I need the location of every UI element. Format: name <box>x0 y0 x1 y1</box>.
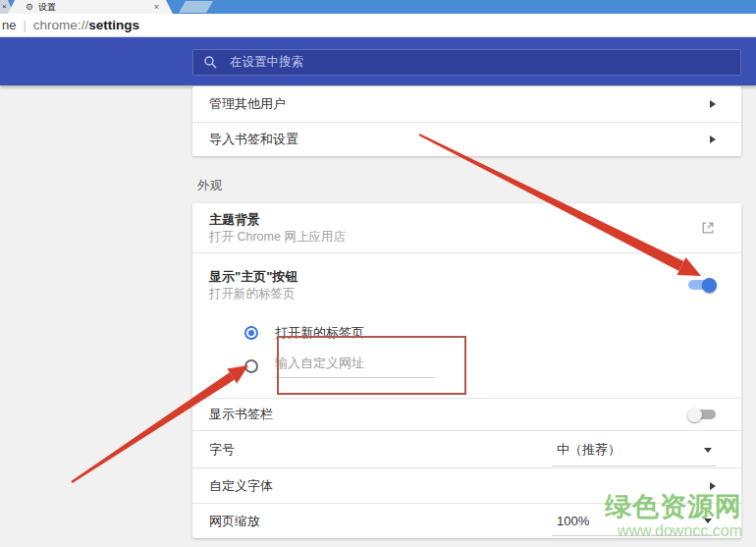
row-manage-users[interactable]: 管理其他用户 <box>192 86 741 122</box>
url-separator: | <box>23 18 26 32</box>
tab-close-icon[interactable]: × <box>154 0 159 14</box>
radio-custom-url[interactable] <box>244 359 258 373</box>
settings-header: 在设置中搜索 <box>0 37 756 85</box>
row-font-size: 字号 中（推荐） <box>192 430 741 467</box>
tab-title: 设置 <box>38 1 56 14</box>
url-scheme: chrome:// <box>33 18 88 32</box>
partial-tab-close-icon[interactable]: × <box>2 2 7 11</box>
search-icon <box>203 55 218 70</box>
theme-subtitle: 打开 Chrome 网上应用店 <box>209 229 346 246</box>
settings-card-people: 管理其他用户 导入书签和设置 <box>192 86 741 156</box>
home-button-title: 显示"主页"按钮 <box>209 268 297 286</box>
toggle-knob <box>687 408 702 422</box>
settings-card-appearance: 主题背景 打开 Chrome 网上应用店 显示"主页"按钮 打开新的标签页 打开… <box>192 203 741 538</box>
row-theme[interactable]: 主题背景 打开 Chrome 网上应用店 <box>192 203 741 252</box>
chevron-right-icon <box>710 136 716 143</box>
section-title-appearance: 外观 <box>197 178 222 194</box>
home-button-subtitle: 打开新的标签页 <box>209 286 297 302</box>
chrome-settings-window: × ⚙ 设置 × ne | chrome:// settings 在设置中搜索 … <box>0 0 756 547</box>
manage-users-label: 管理其他用户 <box>209 95 286 113</box>
page-zoom-label: 网页缩放 <box>209 513 260 530</box>
custom-url-input[interactable]: 输入自定义网址 <box>275 355 435 378</box>
watermark-title: 绿色资源网 <box>605 494 742 520</box>
page-zoom-value: 100% <box>557 514 589 528</box>
import-bookmarks-label: 导入书签和设置 <box>209 131 298 148</box>
toggle-knob <box>702 278 717 293</box>
font-size-select[interactable]: 中（推荐） <box>552 441 716 466</box>
tab-strip: × ⚙ 设置 × <box>0 0 756 14</box>
row-bookmarks-bar: 显示书签栏 <box>192 398 741 430</box>
chevron-right-icon <box>710 482 716 490</box>
new-tab-button[interactable] <box>179 1 213 13</box>
watermark-url: www.downcc.com <box>605 523 742 539</box>
dropdown-arrow-icon <box>704 448 712 453</box>
bookmarks-bar-toggle[interactable] <box>688 410 716 419</box>
open-in-new-icon[interactable] <box>700 220 716 236</box>
settings-search-input[interactable]: 在设置中搜索 <box>192 49 741 76</box>
row-radio-new-tab: 打开新的标签页 <box>192 316 741 349</box>
home-button-toggle[interactable] <box>688 280 716 290</box>
custom-fonts-label: 自定义字体 <box>209 477 273 495</box>
row-show-home-button: 显示"主页"按钮 打开新的标签页 <box>192 252 741 316</box>
radio-new-tab-page[interactable] <box>244 326 258 340</box>
chevron-right-icon <box>710 100 716 108</box>
tab-settings[interactable]: ⚙ 设置 × <box>8 0 173 14</box>
url-prefix-text: ne <box>2 18 16 32</box>
radio-new-tab-label: 打开新的标签页 <box>275 324 364 342</box>
font-size-label: 字号 <box>209 441 235 459</box>
row-radio-custom-url: 输入自定义网址 <box>192 349 741 398</box>
url-page: settings <box>88 18 139 32</box>
address-bar[interactable]: ne | chrome:// settings <box>0 14 756 37</box>
row-import-bookmarks[interactable]: 导入书签和设置 <box>192 122 741 156</box>
font-size-value: 中（推荐） <box>557 441 621 459</box>
gear-icon: ⚙ <box>26 0 33 14</box>
search-placeholder: 在设置中搜索 <box>230 54 303 71</box>
theme-title: 主题背景 <box>209 211 346 229</box>
bookmarks-bar-label: 显示书签栏 <box>209 406 273 423</box>
watermark: 绿色资源网 www.downcc.com <box>605 494 742 539</box>
